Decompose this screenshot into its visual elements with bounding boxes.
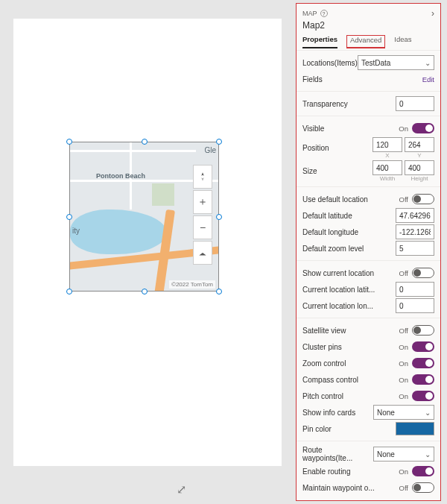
tab-properties[interactable]: Properties <box>302 35 337 48</box>
resize-handle[interactable] <box>142 139 148 145</box>
zoom-control-toggle[interactable] <box>412 358 434 368</box>
default-latitude-label: Default latitude <box>302 212 396 220</box>
size-height-input[interactable] <box>405 160 434 175</box>
show-info-cards-dropdown[interactable]: None⌄ <box>373 405 434 420</box>
transparency-label: Transparency <box>302 100 396 108</box>
satellite-view-label: Satellite view <box>302 327 399 335</box>
resize-handle[interactable] <box>66 289 72 294</box>
maintain-waypoint-label: Maintain waypoint o... <box>302 484 399 492</box>
tab-ideas[interactable]: Ideas <box>394 35 411 48</box>
show-current-location-label: Show current location <box>302 269 399 277</box>
current-latitude-input[interactable] <box>396 282 434 297</box>
size-width-input[interactable] <box>372 160 402 175</box>
map-label: Gle <box>204 146 216 154</box>
current-latitude-label: Current location latit... <box>302 286 396 294</box>
canvas-resize-icon[interactable]: ⤢ <box>177 482 186 497</box>
default-latitude-input[interactable] <box>396 208 434 223</box>
size-label: Size <box>302 167 372 175</box>
fields-label: Fields <box>302 75 422 84</box>
maintain-waypoint-toggle[interactable] <box>412 482 434 493</box>
use-default-location-label: Use default location <box>302 195 399 204</box>
resize-handle[interactable] <box>66 139 72 145</box>
default-longitude-label: Default longitude <box>302 228 396 236</box>
satellite-view-toggle[interactable] <box>412 325 434 336</box>
map-preview[interactable]: Pontoon Beach ity Gle ©2022 TomTom ＋ − <box>70 142 218 291</box>
pin-color-label: Pin color <box>302 425 396 433</box>
current-longitude-input[interactable] <box>396 298 434 313</box>
zoom-out-icon[interactable]: − <box>193 215 212 239</box>
enable-routing-toggle[interactable] <box>412 466 434 476</box>
tab-advanced[interactable]: Advanced <box>346 35 385 48</box>
map-label: Pontoon Beach <box>96 172 145 180</box>
pitch-control-toggle[interactable] <box>412 391 434 401</box>
use-default-location-toggle[interactable] <box>412 194 434 204</box>
position-y-input[interactable] <box>405 137 434 152</box>
visible-label: Visible <box>302 125 399 133</box>
zoom-in-icon[interactable]: ＋ <box>193 190 212 214</box>
chevron-down-icon: ⌄ <box>425 59 431 67</box>
cluster-pins-toggle[interactable] <box>412 341 434 352</box>
position-label: Position <box>302 144 372 152</box>
compass-control-label: Compass control <box>302 376 399 384</box>
route-waypoints-label: Route waypoints(Ite... <box>302 446 373 462</box>
compass-control-toggle[interactable] <box>412 374 434 385</box>
fields-edit-link[interactable]: Edit <box>422 75 434 84</box>
default-longitude-input[interactable] <box>396 224 434 239</box>
route-waypoints-dropdown[interactable]: None⌄ <box>373 447 434 462</box>
visible-toggle[interactable] <box>412 123 434 133</box>
resize-handle[interactable] <box>66 214 72 220</box>
pin-color-swatch[interactable] <box>396 422 434 435</box>
transparency-input[interactable] <box>396 96 434 111</box>
current-longitude-label: Current location lon... <box>302 302 396 310</box>
show-current-location-toggle[interactable] <box>412 268 434 278</box>
locations-label: Locations(Items) <box>302 59 358 67</box>
properties-panel: MAP ? › Map2 Properties Advanced Ideas L… <box>296 3 441 501</box>
zoom-control-label: Zoom control <box>302 359 399 368</box>
resize-handle[interactable] <box>216 139 222 145</box>
map-control-selected[interactable]: Pontoon Beach ity Gle ©2022 TomTom ＋ − <box>69 142 219 292</box>
position-x-input[interactable] <box>372 137 402 152</box>
design-canvas[interactable]: Pontoon Beach ity Gle ©2022 TomTom ＋ − <box>13 19 282 466</box>
enable-routing-label: Enable routing <box>302 467 399 476</box>
locations-dropdown[interactable]: TestData⌄ <box>358 55 434 70</box>
chevron-down-icon: ⌄ <box>425 409 431 417</box>
chevron-down-icon: ⌄ <box>425 450 431 459</box>
breadcrumb: MAP <box>302 10 317 17</box>
default-zoom-label: Default zoom level <box>302 245 396 253</box>
cluster-pins-label: Cluster pins <box>302 343 399 351</box>
resize-handle[interactable] <box>142 289 148 294</box>
resize-handle[interactable] <box>216 214 222 220</box>
control-title: Map2 <box>302 20 434 31</box>
show-info-cards-label: Show info cards <box>302 409 373 417</box>
map-label: ity <box>72 227 80 235</box>
pitch-icon[interactable] <box>193 241 212 265</box>
help-icon[interactable]: ? <box>320 10 328 17</box>
default-zoom-input[interactable] <box>396 241 434 256</box>
resize-handle[interactable] <box>216 289 222 294</box>
pitch-control-label: Pitch control <box>302 392 399 400</box>
map-attribution: ©2022 TomTom <box>169 280 215 289</box>
compass-icon[interactable] <box>193 165 212 189</box>
chevron-right-icon[interactable]: › <box>431 8 434 19</box>
